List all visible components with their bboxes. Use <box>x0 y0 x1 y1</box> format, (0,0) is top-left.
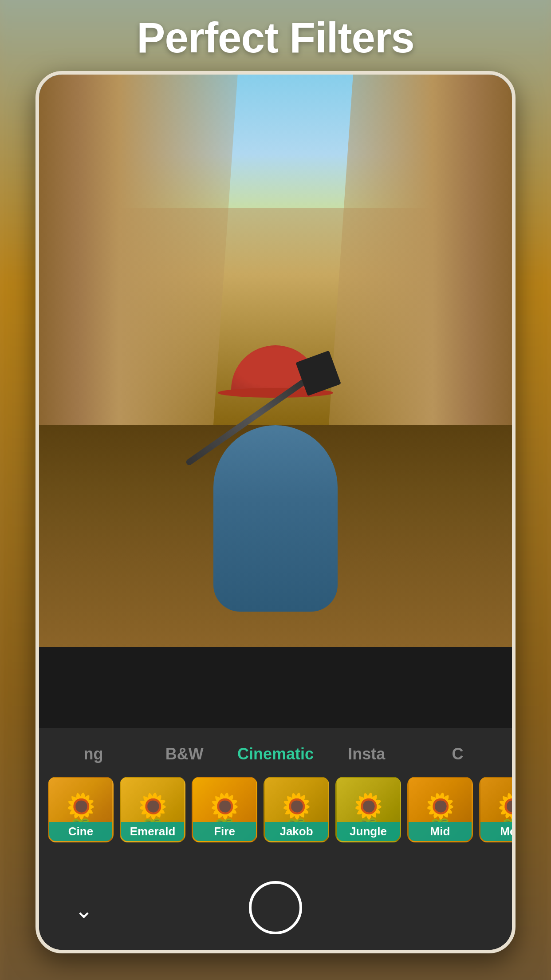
filter-tabs: ng B&W Cinematic Insta C <box>39 728 512 777</box>
list-item[interactable]: 🌻 Cine <box>48 777 114 842</box>
bottom-bar: ⌄ <box>39 874 512 950</box>
filter-label-jungle: Jungle <box>337 822 400 841</box>
filter-thumb-cine[interactable]: 🌻 Cine <box>48 777 114 842</box>
filter-thumb-jungle[interactable]: 🌻 Jungle <box>335 777 401 842</box>
page-title: Perfect Filters <box>0 13 551 62</box>
filter-label-jakob: Jakob <box>265 822 328 841</box>
filter-label-emerald: Emerald <box>121 822 184 841</box>
filter-label-moo: Moo <box>480 822 512 841</box>
filter-thumb-moo[interactable]: 🌻 Moo <box>479 777 512 842</box>
tab-insta[interactable]: Insta <box>321 740 412 768</box>
list-item[interactable]: 🌻 Mid <box>407 777 473 842</box>
filter-label-cine: Cine <box>49 822 112 841</box>
tab-cinematic[interactable]: Cinematic <box>230 740 321 768</box>
tab-trending[interactable]: ng <box>48 740 139 768</box>
filter-label-mid: Mid <box>409 822 472 841</box>
shutter-button[interactable] <box>249 881 302 934</box>
filter-thumb-mid[interactable]: 🌻 Mid <box>407 777 473 842</box>
filter-thumb-jakob[interactable]: 🌻 Jakob <box>264 777 329 842</box>
photo-area <box>39 75 512 647</box>
tab-other[interactable]: C <box>412 740 503 768</box>
chevron-down-icon[interactable]: ⌄ <box>75 897 93 923</box>
filter-row: 🌻 Cine 🌻 Emerald 🌻 Fire 🌻 J <box>39 777 512 842</box>
list-item[interactable]: 🌻 Moo <box>479 777 512 842</box>
list-item[interactable]: 🌻 Fire <box>192 777 257 842</box>
photo-scene <box>39 75 512 647</box>
filter-thumb-fire[interactable]: 🌻 Fire <box>192 777 257 842</box>
phone-frame: ng B&W Cinematic Insta C 🌻 Cine 🌻 Emeral… <box>35 71 516 953</box>
tab-bw[interactable]: B&W <box>139 740 230 768</box>
person-figure <box>191 345 360 612</box>
person-body <box>213 425 338 612</box>
list-item[interactable]: 🌻 Jakob <box>264 777 329 842</box>
filter-thumb-emerald[interactable]: 🌻 Emerald <box>120 777 185 842</box>
filter-label-fire: Fire <box>193 822 256 841</box>
list-item[interactable]: 🌻 Jungle <box>335 777 401 842</box>
list-item[interactable]: 🌻 Emerald <box>120 777 185 842</box>
filter-panel: ng B&W Cinematic Insta C 🌻 Cine 🌻 Emeral… <box>39 728 512 950</box>
